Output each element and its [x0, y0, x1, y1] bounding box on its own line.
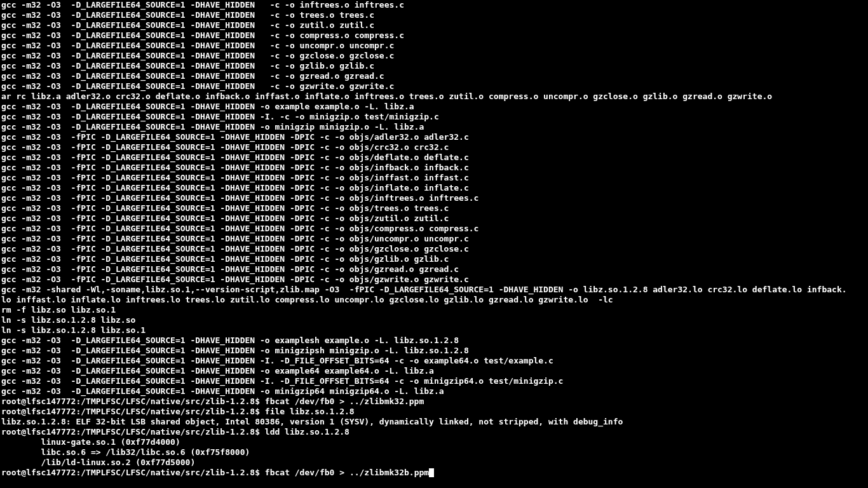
build-output-line: gcc -m32 -O3 -fPIC -D_LARGEFILE64_SOURCE…	[1, 244, 867, 254]
build-output-line: gcc -m32 -O3 -fPIC -D_LARGEFILE64_SOURCE…	[1, 254, 867, 264]
prompt-line: root@lfsc147772:/TMPLFSC/LFSC/native/src…	[1, 396, 867, 407]
active-prompt-line[interactable]: root@lfsc147772:/TMPLFSC/LFSC/native/src…	[1, 468, 867, 478]
build-output-line: gcc -m32 -shared -Wl,-soname,libz.so.1,-…	[1, 285, 867, 295]
build-output-line: ar rc libz.a adler32.o crc32.o deflate.o…	[1, 92, 867, 102]
build-output-line: gcc -m32 -O3 -D_LARGEFILE64_SOURCE=1 -DH…	[1, 71, 867, 81]
build-output-line: gcc -m32 -O3 -D_LARGEFILE64_SOURCE=1 -DH…	[1, 102, 867, 112]
build-output-line: gcc -m32 -O3 -fPIC -D_LARGEFILE64_SOURCE…	[1, 224, 867, 234]
build-output-line: gcc -m32 -O3 -fPIC -D_LARGEFILE64_SOURCE…	[1, 203, 867, 214]
prompt-line: root@lfsc147772:/TMPLFSC/LFSC/native/src…	[1, 407, 867, 417]
build-output-line: gcc -m32 -O3 -D_LARGEFILE64_SOURCE=1 -DH…	[1, 112, 867, 122]
build-output-line: gcc -m32 -O3 -fPIC -D_LARGEFILE64_SOURCE…	[1, 274, 867, 285]
build-output-line: gcc -m32 -O3 -fPIC -D_LARGEFILE64_SOURCE…	[1, 214, 867, 224]
build-output-line: ln -s libz.so.1.2.8 libz.so	[1, 315, 867, 325]
build-output-line: gcc -m32 -O3 -D_LARGEFILE64_SOURCE=1 -DH…	[1, 81, 867, 92]
build-output-line: gcc -m32 -O3 -fPIC -D_LARGEFILE64_SOURCE…	[1, 152, 867, 163]
build-output-line: gcc -m32 -O3 -fPIC -D_LARGEFILE64_SOURCE…	[1, 142, 867, 152]
build-output-line: gcc -m32 -O3 -fPIC -D_LARGEFILE64_SOURCE…	[1, 193, 867, 203]
build-output-line: gcc -m32 -O3 -D_LARGEFILE64_SOURCE=1 -DH…	[1, 346, 867, 356]
build-output-line: gcc -m32 -O3 -D_LARGEFILE64_SOURCE=1 -DH…	[1, 336, 867, 346]
build-output-line: gcc -m32 -O3 -D_LARGEFILE64_SOURCE=1 -DH…	[1, 61, 867, 71]
cmd-output-line: libc.so.6 => /lib32/libc.so.6 (0xf75f800…	[1, 447, 867, 458]
build-output-line: gcc -m32 -O3 -D_LARGEFILE64_SOURCE=1 -DH…	[1, 356, 867, 366]
build-output-line: gcc -m32 -O3 -D_LARGEFILE64_SOURCE=1 -DH…	[1, 51, 867, 61]
build-output-line: gcc -m32 -O3 -fPIC -D_LARGEFILE64_SOURCE…	[1, 173, 867, 183]
build-output-line: gcc -m32 -O3 -D_LARGEFILE64_SOURCE=1 -DH…	[1, 30, 867, 41]
build-output-line: gcc -m32 -O3 -fPIC -D_LARGEFILE64_SOURCE…	[1, 163, 867, 173]
build-output-line: gcc -m32 -O3 -D_LARGEFILE64_SOURCE=1 -DH…	[1, 10, 867, 20]
build-output-line: lo inffast.lo inflate.lo inftrees.lo tre…	[1, 295, 867, 305]
cmd-output-line: linux-gate.so.1 (0xf77d4000)	[1, 437, 867, 447]
command-input[interactable]: fbcat /dev/fb0 > ../zlibmk32b.ppm	[265, 468, 429, 477]
cmd-output-line: /lib/ld-linux.so.2 (0xf77d5000)	[1, 458, 867, 468]
build-output-line: gcc -m32 -O3 -fPIC -D_LARGEFILE64_SOURCE…	[1, 132, 867, 142]
build-output-line: gcc -m32 -O3 -fPIC -D_LARGEFILE64_SOURCE…	[1, 264, 867, 274]
build-output-line: gcc -m32 -O3 -D_LARGEFILE64_SOURCE=1 -DH…	[1, 41, 867, 51]
build-output-line: gcc -m32 -O3 -fPIC -D_LARGEFILE64_SOURCE…	[1, 183, 867, 193]
prompt-line: root@lfsc147772:/TMPLFSC/LFSC/native/src…	[1, 427, 867, 437]
build-output-line: ln -s libz.so.1.2.8 libz.so.1	[1, 325, 867, 336]
build-output-line: gcc -m32 -O3 -D_LARGEFILE64_SOURCE=1 -DH…	[1, 376, 867, 386]
build-output-line: gcc -m32 -O3 -fPIC -D_LARGEFILE64_SOURCE…	[1, 234, 867, 244]
cursor	[429, 468, 434, 477]
build-output-line: gcc -m32 -O3 -D_LARGEFILE64_SOURCE=1 -DH…	[1, 366, 867, 376]
build-output-line: gcc -m32 -O3 -D_LARGEFILE64_SOURCE=1 -DH…	[1, 20, 867, 30]
build-output-line: gcc -m32 -O3 -D_LARGEFILE64_SOURCE=1 -DH…	[1, 386, 867, 396]
terminal[interactable]: gcc -m32 -O3 -D_LARGEFILE64_SOURCE=1 -DH…	[0, 0, 868, 478]
build-output-line: gcc -m32 -O3 -D_LARGEFILE64_SOURCE=1 -DH…	[1, 0, 867, 10]
cmd-output-line: libz.so.1.2.8: ELF 32-bit LSB shared obj…	[1, 417, 867, 427]
shell-prompt: root@lfsc147772:/TMPLFSC/LFSC/native/src…	[1, 468, 260, 477]
build-output-line: rm -f libz.so libz.so.1	[1, 305, 867, 315]
build-output-line: gcc -m32 -O3 -D_LARGEFILE64_SOURCE=1 -DH…	[1, 122, 867, 132]
